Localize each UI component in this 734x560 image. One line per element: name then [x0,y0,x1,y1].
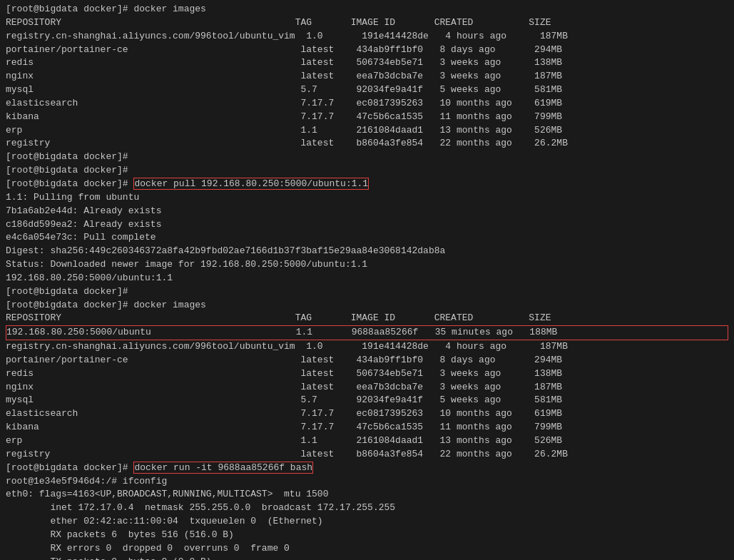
terminal-line: nginx latest eea7b3dcba7e 3 weeks ago 18… [6,381,728,394]
terminal-line: [root@bigdata docker]# [6,151,728,164]
row-size: 188MB [529,327,557,337]
terminal-line: c186dd599ea2: Already exists [6,218,728,232]
row-id: 9688aa85266f [352,327,435,337]
command-line-2: [root@bigdata docker]# docker run -it 96… [6,462,728,475]
row-created: 35 minutes ago [435,327,530,337]
terminal-line: kibana 7.17.7 47c5b6ca1535 11 months ago… [6,421,728,434]
terminal-line: inet 172.17.0.4 netmask 255.255.0.0 broa… [6,502,728,515]
terminal-line: e4c6a054e73c: Pull complete [6,231,728,245]
terminal-line: [root@bigdata docker]# [6,285,728,299]
terminal-line: portainer/portainer-ce latest 434ab9ff1b… [6,44,728,57]
terminal-line: elasticsearch 7.17.7 ec0817395263 10 mon… [6,97,728,111]
terminal-line: TX packets 0 bytes 0 (0.0 B) [6,556,728,560]
terminal-line: redis latest 506734eb5e71 3 weeks ago 13… [6,56,728,70]
terminal-line: erp 1.1 2161084daad1 13 months ago 526MB [6,434,728,448]
command-line: [root@bigdata docker]# docker pull 192.1… [6,178,728,191]
terminal-line: ether 02:42:ac:11:00:04 txqueuelen 0 (Et… [6,515,728,529]
terminal-line: 7b1a6ab2e44d: Already exists [6,205,728,218]
terminal-line: erp 1.1 2161084daad1 13 months ago 526MB [6,124,728,138]
highlighted-row: 192.168.80.250:5000/ubuntu 1.1 9688aa852… [6,325,728,340]
terminal-line: Digest: sha256:449c260346372a8fa42b9fbd0… [6,245,728,258]
terminal-line: mysql 5.7 92034fe9a41f 5 weeks ago 581MB [6,83,728,97]
terminal-line: 192.168.80.250:5000/ubuntu:1.1 [6,272,728,285]
terminal-line: nginx latest eea7b3dcba7e 3 weeks ago 18… [6,70,728,83]
terminal-line: Status: Downloaded newer image for 192.1… [6,258,728,272]
terminal-line: registry latest b8604a3fe854 22 months a… [6,448,728,462]
prompt-text: [root@bigdata docker]# [6,178,133,189]
row-repo: 192.168.80.250:5000/ubuntu [6,327,296,337]
terminal-line: RX packets 6 bytes 516 (516.0 B) [6,529,728,542]
terminal-line: mysql 5.7 92034fe9a41f 5 weeks ago 581MB [6,394,728,407]
terminal-line: REPOSITORY TAG IMAGE ID CREATED SIZE [6,16,728,30]
terminal-window: [root@bigdata docker]# docker imagesREPO… [0,0,734,560]
terminal-line: kibana 7.17.7 47c5b6ca1535 11 months ago… [6,111,728,124]
terminal-line: elasticsearch 7.17.7 ec0817395263 10 mon… [6,407,728,421]
terminal-line: 1.1: Pulling from ubuntu [6,191,728,205]
terminal-line: registry.cn-shanghai.aliyuncs.com/996too… [6,340,728,354]
terminal-line: eth0: flags=4163<UP,BROADCAST,RUNNING,MU… [6,488,728,502]
terminal-line: REPOSITORY TAG IMAGE ID CREATED SIZE [6,312,728,325]
terminal-line: [root@bigdata docker]# docker images [6,3,728,16]
terminal-line: [root@bigdata docker]# docker images [6,299,728,312]
terminal-content: [root@bigdata docker]# docker imagesREPO… [6,3,728,560]
terminal-line: portainer/portainer-ce latest 434ab9ff1b… [6,354,728,367]
prompt-text: [root@bigdata docker]# [6,462,133,473]
command-highlight: docker pull 192.168.80.250:5000/ubuntu:1… [133,178,369,190]
terminal-line: registry latest b8604a3fe854 22 months a… [6,137,728,151]
row-tag: 1.1 [296,327,352,337]
terminal-line: registry.cn-shanghai.aliyuncs.com/996too… [6,30,728,44]
terminal-line: redis latest 506734eb5e71 3 weeks ago 13… [6,367,728,381]
terminal-line: RX errors 0 dropped 0 overruns 0 frame 0 [6,542,728,556]
command-highlight-2: docker run -it 9688aa85266f bash [133,462,313,474]
terminal-line: root@1e34e5f946d4:/# ifconfig [6,475,728,489]
terminal-line: [root@bigdata docker]# [6,164,728,178]
